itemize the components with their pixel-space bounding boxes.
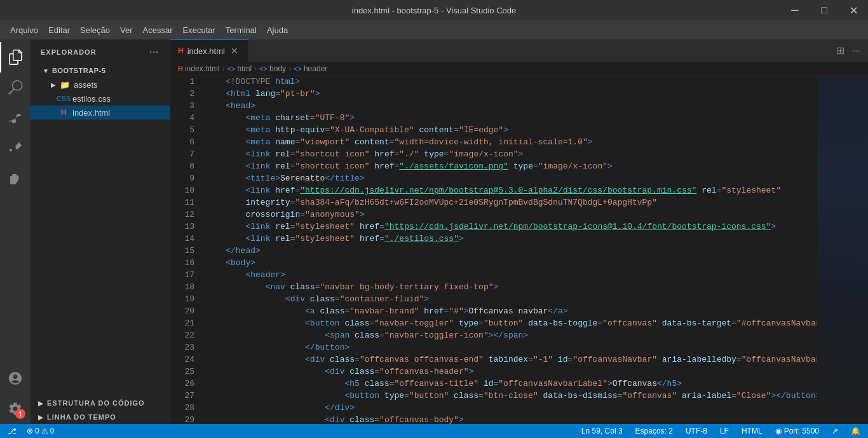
- code-token: =: [395, 160, 400, 172]
- code-token: [206, 221, 245, 233]
- minimize-button[interactable]: ─: [780, 0, 810, 20]
- code-token: =: [478, 317, 484, 329]
- status-bell[interactable]: 🔔: [848, 427, 863, 435]
- code-content[interactable]: <!DOCTYPE html> <html lang="pt-br"> <hea…: [201, 76, 817, 424]
- maximize-button[interactable]: □: [810, 0, 839, 20]
- code-token: =: [290, 233, 295, 245]
- language-label: HTML: [742, 427, 763, 435]
- code-token: <link: [245, 221, 270, 233]
- split-editor-icon[interactable]: ⊞: [834, 43, 847, 58]
- source-control-activity-btn[interactable]: [0, 103, 31, 133]
- code-token: id: [478, 378, 493, 390]
- code-token: "width=device-width, initial-scale=1.0": [395, 136, 588, 148]
- code-token: rel: [270, 221, 290, 233]
- status-live-share[interactable]: ↗: [829, 427, 841, 435]
- sidebar-item-css[interactable]: CSS estilos.css: [31, 92, 170, 106]
- sidebar-item-html[interactable]: H index.html: [31, 106, 170, 120]
- breadcrumb-header[interactable]: <> header: [294, 64, 327, 73]
- code-token: "Close": [736, 390, 771, 402]
- code-token: =: [390, 378, 395, 390]
- menu-executar[interactable]: Executar: [178, 23, 220, 38]
- code-token: <meta: [245, 124, 270, 136]
- menu-acessar[interactable]: Acessar: [138, 23, 178, 38]
- code-line: <link href="https://cdn.jsdelivr.net/npm…: [206, 184, 817, 196]
- code-token: "UTF-8": [315, 112, 350, 124]
- code-token: "offcanvas-body": [379, 414, 459, 424]
- explorer-activity-icon[interactable]: [0, 42, 31, 72]
- breadcrumb-body[interactable]: <> body: [259, 64, 286, 73]
- code-token: class: [449, 390, 478, 402]
- settings-badge: 1: [15, 409, 25, 419]
- breadcrumb: H index.html › <> html › <> body › <> he…: [170, 62, 868, 76]
- breadcrumb-html[interactable]: <> html: [227, 64, 252, 73]
- status-errors[interactable]: ⊗ 0 ⚠ 0: [24, 427, 57, 435]
- code-token: "https://cdn.jsdelivr.net/npm/bootstrap-…: [384, 221, 771, 233]
- code-token: <link: [245, 233, 270, 245]
- extensions-activity-btn[interactable]: [0, 164, 31, 195]
- code-token: "stylesheet": [295, 233, 355, 245]
- code-token: tabindex: [484, 353, 528, 366]
- sidebar-more-button[interactable]: ···: [148, 46, 160, 58]
- menu-ajuda[interactable]: Ajuda: [262, 23, 293, 38]
- menu-editar[interactable]: Editar: [43, 23, 75, 38]
- line-number: 18: [170, 281, 194, 293]
- title-bar: index.html - bootstrap-5 - Visual Studio…: [0, 0, 868, 20]
- sidebar-section-timeline[interactable]: ▶ LINHA DO TEMPO: [31, 410, 170, 424]
- search-activity-btn[interactable]: [0, 72, 31, 103]
- code-token: type: [508, 160, 533, 172]
- menu-arquivo[interactable]: Arquivo: [5, 23, 43, 38]
- menu-terminal[interactable]: Terminal: [220, 23, 262, 38]
- settings-activity-btn[interactable]: 1: [0, 394, 31, 424]
- code-token: "viewport": [300, 136, 349, 148]
- line-number: 19: [170, 293, 194, 305]
- code-token: href: [270, 184, 295, 196]
- status-encoding[interactable]: UTF-8: [683, 427, 710, 435]
- status-port[interactable]: ◉ Port: 5500: [773, 427, 822, 435]
- sidebar-item-assets[interactable]: ▶ 📁 assets: [31, 78, 170, 92]
- close-button[interactable]: ✕: [839, 0, 868, 20]
- breadcrumb-index-html[interactable]: H index.html: [178, 64, 220, 73]
- sidebar-section-structure[interactable]: ▶ ESTRUTURA DO CÓDIGO: [31, 396, 170, 410]
- code-token: =: [355, 353, 360, 366]
- code-token: href: [370, 160, 395, 172]
- status-position[interactable]: Ln 59, Col 3: [579, 427, 625, 435]
- window-title: index.html - bootstrap-5 - Visual Studio…: [352, 6, 516, 15]
- status-language[interactable]: HTML: [739, 427, 765, 435]
- code-line: <html lang="pt-br">: [206, 88, 817, 100]
- status-line-ending[interactable]: LF: [717, 427, 731, 435]
- more-actions-icon[interactable]: ···: [850, 44, 863, 58]
- code-line: </button>: [206, 341, 817, 353]
- code-token: <div: [285, 293, 305, 305]
- accounts-activity-btn[interactable]: [0, 363, 31, 394]
- code-line: <h5 class="offcanvas-title" id="offcanva…: [206, 378, 817, 390]
- code-token: "stylesheet": [721, 184, 781, 196]
- menu-selecao[interactable]: Seleção: [75, 23, 115, 38]
- tab-bar-icons: ⊞ ···: [834, 39, 868, 62]
- code-token: <h5: [344, 378, 359, 390]
- code-token: =: [533, 160, 538, 172]
- code-token: type: [379, 390, 404, 402]
- tab-index-html[interactable]: H index.html ✕: [170, 39, 248, 62]
- code-token: =: [295, 184, 300, 196]
- breadcrumb-header-label: header: [304, 64, 327, 73]
- error-icon: ⊗: [27, 427, 33, 435]
- code-token: [206, 172, 245, 184]
- status-spaces[interactable]: Espaços: 2: [633, 427, 675, 435]
- code-token: [206, 353, 305, 366]
- code-token: "offcanvas offcanvas-end": [360, 353, 484, 366]
- tab-close-button[interactable]: ✕: [229, 45, 240, 57]
- sidebar-root-folder[interactable]: ▼ BOOTSTRAP-5: [31, 64, 170, 78]
- menu-ver[interactable]: Ver: [115, 23, 138, 38]
- line-number: 9: [170, 172, 194, 184]
- html-file-icon: H: [58, 107, 69, 118]
- code-editor[interactable]: 1234567891011121314151617181920212223242…: [170, 76, 868, 424]
- line-number: 20: [170, 305, 194, 317]
- code-token: class: [315, 305, 345, 317]
- code-line: <!DOCTYPE html>: [206, 76, 817, 88]
- code-token: =: [290, 160, 295, 172]
- run-debug-activity-btn[interactable]: [0, 133, 31, 164]
- assets-chevron-right-icon: ▶: [48, 79, 58, 90]
- line-numbers: 1234567891011121314151617181920212223242…: [170, 76, 201, 424]
- code-token: Offcanvas navbar: [469, 305, 548, 317]
- status-branch[interactable]: ⎇: [5, 427, 19, 435]
